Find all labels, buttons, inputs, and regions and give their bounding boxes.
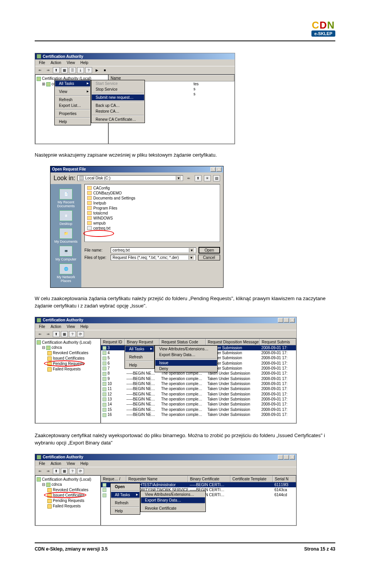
refresh-icon[interactable]: ⟳: [77, 331, 84, 337]
col-status-code[interactable]: Request Status Code: [160, 339, 206, 345]
col-submis[interactable]: Request Submis: [260, 339, 296, 345]
export-icon[interactable]: ⤓: [77, 67, 84, 73]
col-serial[interactable]: Serial N: [273, 476, 296, 482]
menubar[interactable]: File Action View Help: [35, 460, 296, 467]
col-request-id[interactable]: Request ID: [101, 339, 125, 345]
chevron-down-icon[interactable]: ▾: [176, 176, 181, 180]
ctx-export-binary[interactable]: Export Binary Data…: [155, 352, 217, 358]
menu-help[interactable]: Help: [78, 324, 91, 329]
file-list[interactable]: CAConfig CDNBazyDEMO Documents and Setti…: [84, 184, 220, 242]
grid-icon[interactable]: ▦: [61, 468, 68, 474]
tree-ca[interactable]: cdnca: [52, 482, 62, 487]
close-button[interactable]: ×: [289, 455, 295, 460]
col-cert-template[interactable]: Certificate Template: [230, 476, 273, 482]
table-row[interactable]: 11-----BEGIN NE…The operation comple…Tak…: [101, 386, 296, 391]
back-icon[interactable]: ⇐: [37, 67, 44, 73]
tree-issued[interactable]: Issued Certificates: [53, 493, 84, 497]
col-reque[interactable]: Reque… /: [101, 476, 126, 482]
place-mycomputer[interactable]: 💻My Computer: [52, 246, 80, 261]
tree-pending[interactable]: Pending Requests: [53, 498, 84, 503]
menu-view[interactable]: View: [64, 461, 77, 466]
ctx-view-attrs[interactable]: View Attributes/Extensions…: [155, 346, 217, 352]
ctx-properties[interactable]: Properties: [55, 111, 90, 117]
file-item[interactable]: CAConfig: [93, 186, 110, 190]
cancel-button[interactable]: Cancel: [198, 255, 220, 260]
ctx-backup-ca[interactable]: Back up CA…: [92, 103, 144, 108]
ctx-help[interactable]: Help: [125, 362, 154, 368]
stop-icon[interactable]: ■: [101, 67, 108, 73]
tree-ca[interactable]: cdnca: [52, 345, 62, 350]
ctx-refresh[interactable]: Refresh: [125, 354, 154, 360]
up-icon[interactable]: ⬆: [195, 175, 202, 181]
menu-file[interactable]: File: [37, 461, 47, 466]
minimize-button[interactable]: _: [278, 455, 283, 460]
col-binary-cert[interactable]: Binary Certificate: [188, 476, 230, 482]
file-item[interactable]: Inetpub: [93, 201, 106, 205]
grid-icon[interactable]: ▦: [61, 331, 68, 337]
views-icon[interactable]: ▤: [213, 175, 220, 181]
context-menu-1[interactable]: Open All Tasks Refresh Help: [110, 483, 140, 515]
up-icon[interactable]: ⬆: [53, 468, 60, 474]
menu-help[interactable]: Help: [78, 461, 91, 466]
ctx-revoke[interactable]: Revoke Certificate: [141, 505, 205, 511]
tree-issued[interactable]: Issued Certificates: [53, 356, 84, 360]
ctx-issue[interactable]: Issue: [155, 360, 217, 366]
context-menu-2[interactable]: Start Service Stop Service Submit new re…: [91, 80, 145, 123]
menu-file[interactable]: File: [37, 324, 47, 329]
ctx-renew-ca[interactable]: Renew CA Certificate…: [92, 117, 144, 122]
forward-icon[interactable]: ⇒: [45, 67, 52, 73]
ctx-stop-service[interactable]: Stop Service: [92, 86, 144, 92]
menu-view[interactable]: View: [64, 324, 77, 329]
tree-failed[interactable]: Failed Requests: [53, 504, 81, 508]
ctx-all-tasks[interactable]: All Tasks: [55, 81, 90, 86]
ctx-refresh[interactable]: Refresh: [111, 500, 140, 506]
file-certreq[interactable]: certreq.txt: [93, 226, 110, 230]
tree-failed[interactable]: Failed Requests: [53, 367, 81, 371]
back-icon[interactable]: ⇐: [185, 175, 192, 181]
place-desktop[interactable]: 🖥Desktop: [52, 210, 80, 226]
minimize-button[interactable]: _: [278, 318, 283, 323]
ctx-deny[interactable]: Deny: [155, 366, 217, 372]
menu-action[interactable]: Action: [48, 324, 64, 329]
tree-revoked[interactable]: Revoked Certificates: [53, 351, 88, 355]
back-icon[interactable]: ⇐: [37, 468, 44, 474]
menu-file[interactable]: File: [37, 60, 47, 65]
ctx-export-binary[interactable]: Export Binary Data…: [141, 497, 205, 503]
file-item[interactable]: Program Files: [93, 206, 117, 210]
newfolder-icon[interactable]: ✳: [204, 175, 211, 181]
place-mydocs[interactable]: 📁My Documents: [52, 228, 80, 243]
col-disposition[interactable]: Request Disposition Message: [206, 339, 260, 345]
ctx-submit-new-request[interactable]: Submit new request…: [92, 95, 144, 100]
file-item[interactable]: totalcmd: [93, 211, 108, 215]
maximize-button[interactable]: □: [284, 455, 289, 460]
ctx-restore-ca[interactable]: Restore CA…: [92, 108, 144, 114]
menubar[interactable]: File Action View Help: [35, 323, 296, 330]
place-recent[interactable]: 📄My Recent Documents: [52, 189, 80, 208]
context-menu-2[interactable]: View Attributes/Extensions… Export Binar…: [140, 491, 206, 512]
ctx-view[interactable]: View: [55, 89, 90, 95]
close-button[interactable]: ×: [289, 318, 295, 323]
table-row[interactable]: 14-----BEGIN NE…The operation comple…Tak…: [101, 402, 296, 407]
menu-help[interactable]: Help: [78, 60, 91, 65]
lookin-combo[interactable]: Local Disk (C:) ▾: [77, 175, 183, 181]
list-icon[interactable]: ☰: [69, 67, 76, 73]
refresh-icon[interactable]: ⟳: [77, 468, 84, 474]
ctx-all-tasks[interactable]: All Tasks: [125, 346, 154, 352]
help-icon[interactable]: ?: [69, 331, 76, 337]
ctx-refresh[interactable]: Refresh: [55, 97, 90, 103]
close-button[interactable]: ×: [216, 167, 222, 172]
file-item[interactable]: wmpub: [93, 221, 106, 225]
context-menu-1[interactable]: All Tasks Refresh Help: [124, 345, 155, 369]
forward-icon[interactable]: ⇒: [45, 331, 52, 337]
up-icon[interactable]: ⬆: [53, 331, 60, 337]
col-requester[interactable]: Requester Name: [126, 476, 188, 482]
up-icon[interactable]: ⬆: [53, 67, 60, 73]
table-row[interactable]: 12-----BEGIN NE…The operation comple…Tak…: [101, 392, 296, 397]
table-row[interactable]: 9-----BEGIN NE…The operation comple…Take…: [101, 376, 296, 381]
help-button[interactable]: ?: [210, 167, 216, 172]
tree-root[interactable]: Certification Authority (Local): [42, 477, 91, 482]
maximize-button[interactable]: □: [284, 318, 289, 323]
table-row[interactable]: 13-----BEGIN NE…The operation comple…Tak…: [101, 397, 296, 402]
file-item[interactable]: Documents and Settings: [93, 196, 135, 200]
tree-pending[interactable]: Pending Requests: [53, 362, 84, 366]
